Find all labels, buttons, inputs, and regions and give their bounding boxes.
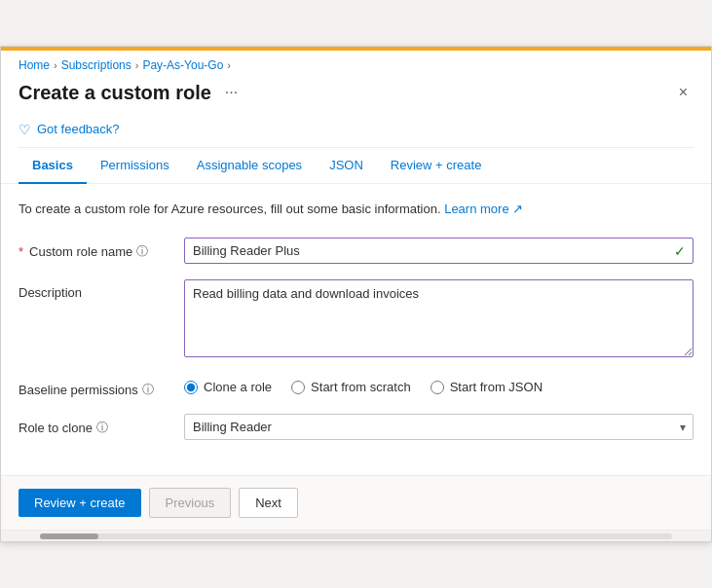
role-to-clone-select[interactable]: Billing Reader Contributor Owner Reader xyxy=(184,414,693,440)
footer: Review + create Previous Next xyxy=(1,475,711,530)
tab-permissions[interactable]: Permissions xyxy=(87,148,183,184)
breadcrumb-sep3: › xyxy=(227,59,231,71)
breadcrumb-sep2: › xyxy=(135,59,139,71)
feedback-label: Got feedback? xyxy=(37,122,120,136)
radio-scratch-input[interactable] xyxy=(291,381,305,394)
scrollbar-track xyxy=(40,533,672,539)
custom-role-name-label: * Custom role name ⓘ xyxy=(19,238,184,260)
horizontal-scrollbar[interactable] xyxy=(1,530,711,541)
role-to-clone-control: Billing Reader Contributor Owner Reader … xyxy=(184,414,693,440)
ellipsis-menu-button[interactable]: ··· xyxy=(219,82,244,103)
custom-role-name-input-wrapper: ✓ xyxy=(184,238,693,264)
baseline-permissions-radio-group: Clone a role Start from scratch Start fr… xyxy=(184,376,693,394)
breadcrumb-subscriptions[interactable]: Subscriptions xyxy=(61,58,131,72)
description-control: Read billing data and download invoices xyxy=(184,279,693,360)
scrollbar-thumb[interactable] xyxy=(40,533,98,539)
previous-button[interactable]: Previous xyxy=(149,488,232,518)
radio-start-from-json[interactable]: Start from JSON xyxy=(431,380,543,394)
description-row: Description Read billing data and downlo… xyxy=(19,279,693,360)
description-label: Description xyxy=(19,279,184,300)
role-to-clone-row: Role to clone ⓘ Billing Reader Contribut… xyxy=(19,414,693,440)
description-input[interactable]: Read billing data and download invoices xyxy=(184,279,693,357)
tab-review-create[interactable]: Review + create xyxy=(377,148,496,184)
content-area: To create a custom role for Azure resour… xyxy=(1,184,711,476)
breadcrumb: Home › Subscriptions › Pay-As-You-Go › xyxy=(1,51,711,78)
close-button[interactable]: × xyxy=(673,82,693,103)
tab-basics[interactable]: Basics xyxy=(19,148,87,184)
radio-clone-role-input[interactable] xyxy=(184,381,198,394)
tab-assignable-scopes[interactable]: Assignable scopes xyxy=(183,148,316,184)
role-to-clone-info-icon[interactable]: ⓘ xyxy=(96,420,108,436)
baseline-permissions-info-icon[interactable]: ⓘ xyxy=(142,382,154,398)
baseline-permissions-row: Baseline permissions ⓘ Clone a role Star… xyxy=(19,376,693,398)
header-left: Create a custom role ··· xyxy=(19,82,244,104)
radio-json-input[interactable] xyxy=(431,381,444,394)
required-star: * xyxy=(19,244,23,259)
review-create-button[interactable]: Review + create xyxy=(19,489,141,517)
input-valid-icon: ✓ xyxy=(674,243,686,259)
radio-start-from-scratch[interactable]: Start from scratch xyxy=(291,380,411,394)
custom-role-name-input[interactable] xyxy=(184,238,693,264)
tab-json[interactable]: JSON xyxy=(316,148,377,184)
main-window: Home › Subscriptions › Pay-As-You-Go › C… xyxy=(0,46,712,543)
custom-role-name-info-icon[interactable]: ⓘ xyxy=(136,243,148,260)
page-header: Create a custom role ··· × xyxy=(1,78,711,114)
custom-role-name-row: * Custom role name ⓘ ✓ xyxy=(19,238,693,264)
info-text: To create a custom role for Azure resour… xyxy=(19,200,693,219)
role-to-clone-select-wrapper: Billing Reader Contributor Owner Reader … xyxy=(184,414,693,440)
tab-bar: Basics Permissions Assignable scopes JSO… xyxy=(1,148,711,184)
page-title: Create a custom role xyxy=(19,82,211,104)
role-to-clone-label: Role to clone ⓘ xyxy=(19,414,184,436)
breadcrumb-sep1: › xyxy=(54,59,57,71)
breadcrumb-home[interactable]: Home xyxy=(19,58,50,72)
radio-clone-role[interactable]: Clone a role xyxy=(184,380,272,394)
custom-role-name-control: ✓ xyxy=(184,238,693,264)
learn-more-link[interactable]: Learn more ↗ xyxy=(444,202,523,216)
next-button[interactable]: Next xyxy=(239,488,298,518)
feedback-bar[interactable]: ♡ Got feedback? xyxy=(1,114,711,147)
heart-icon: ♡ xyxy=(19,122,31,137)
baseline-permissions-label: Baseline permissions ⓘ xyxy=(19,376,184,398)
breadcrumb-payasyougo[interactable]: Pay-As-You-Go xyxy=(142,58,223,72)
baseline-permissions-control: Clone a role Start from scratch Start fr… xyxy=(184,376,693,394)
